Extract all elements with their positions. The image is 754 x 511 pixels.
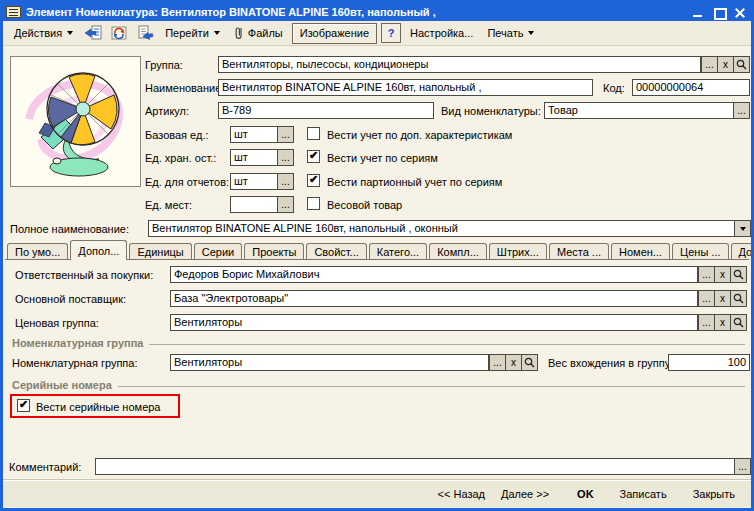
price-group-clear-button[interactable]: x [714,314,731,331]
price-group-field[interactable]: Вентиляторы [170,314,698,331]
nom-group-field[interactable]: Вентиляторы [170,354,489,371]
help-button[interactable]: ? [381,23,401,43]
batch-series-checkbox[interactable] [307,174,320,187]
tab-projects[interactable]: Проекты [244,243,304,260]
weight-in-group-label: Вес вхождения в группу: [548,355,673,371]
magnifier-icon [524,357,535,368]
tab-default[interactable]: По умо... [7,243,68,260]
base-unit-field[interactable]: шт [230,126,278,143]
tab-categories[interactable]: Катего... [369,243,427,260]
serial-numbers-checkbox[interactable] [17,399,30,412]
settings-button[interactable]: Настройка... [405,23,478,44]
minimize-icon[interactable] [692,7,704,18]
name-field[interactable]: Вентилятор BINATONE ALPINE 160вт, наполь… [218,79,593,96]
back-button[interactable]: << Назад [430,486,493,502]
group-open-button[interactable] [733,56,750,73]
tab-barcodes[interactable]: Штрих... [489,243,547,260]
tab-units[interactable]: Единицы [129,243,191,260]
supplier-clear-button[interactable]: x [714,290,731,307]
tab-series[interactable]: Серии [194,243,242,260]
supplier-label: Основной поставщик: [15,291,126,307]
nomenclature-group-section-title: Номенклатурная группа [12,337,143,349]
price-group-select-button[interactable]: ... [698,314,715,331]
batch-series-label: Вести партионный учет по сериям [327,174,502,190]
tab-additional[interactable]: Допол... [70,240,127,260]
base-unit-select-button[interactable]: ... [277,126,294,143]
section-rule [118,386,745,387]
nom-group-open-button[interactable] [521,354,538,371]
addl-characteristics-checkbox[interactable] [307,127,320,140]
actions-menu[interactable]: Действия [9,23,78,44]
responsible-field[interactable]: Федоров Борис Михайлович [170,266,698,283]
product-image[interactable] [10,56,141,187]
comment-expand-button[interactable]: ... [734,458,751,475]
code-field[interactable]: 00000000064 [632,79,750,96]
copy-to-button[interactable] [134,23,156,44]
magnifier-icon [733,269,744,280]
supplier-open-button[interactable] [730,290,747,307]
tab-nomenclature[interactable]: Номен... [611,243,670,260]
files-button[interactable]: Файлы [229,23,288,44]
settings-button-label: Настройка... [410,27,473,39]
nomenclature-group-section: Номенклатурная группа [12,337,745,349]
storage-unit-select-button[interactable]: ... [277,149,294,166]
comment-label: Комментарий: [9,459,81,475]
next-button[interactable]: Далее >> [493,486,557,502]
base-unit-label: Базовая ед.: [145,127,209,143]
ok-button[interactable]: OK [569,486,602,502]
form-icon [6,6,21,18]
group-clear-button[interactable]: x [717,56,734,73]
tab-properties[interactable]: Свойст... [306,243,366,260]
chevron-down-icon [214,31,220,35]
tab-places[interactable]: Места ... [549,243,609,260]
goto-menu[interactable]: Перейти [160,23,225,44]
tab-prices[interactable]: Цены ... [672,243,728,260]
comment-field[interactable] [95,458,735,475]
series-accounting-checkbox[interactable] [307,150,320,163]
responsible-clear-button[interactable]: x [714,266,731,283]
magnifier-icon [733,293,744,304]
nom-group-clear-button[interactable]: x [505,354,522,371]
kind-field[interactable]: Товар [544,102,734,119]
refresh-button[interactable] [108,23,130,44]
footer-bar: << Назад Далее >> OK Записать Закрыть [3,481,751,507]
reread-button[interactable] [82,23,104,44]
responsible-open-button[interactable] [730,266,747,283]
image-toggle-button[interactable]: Изображение [292,23,377,44]
weight-in-group-field[interactable]: 100 [668,354,750,371]
copy-arrow-icon [137,25,154,41]
group-field[interactable]: Вентиляторы, пылесосы, кондиционеры [218,56,701,73]
full-name-field[interactable]: Вентилятор BINATONE ALPINE 160вт, наполь… [148,220,735,237]
places-unit-select-button[interactable]: ... [277,196,294,213]
responsible-select-button[interactable]: ... [698,266,715,283]
save-button[interactable]: Записать [612,486,675,502]
nom-group-select-button[interactable]: ... [489,354,506,371]
article-field[interactable]: B-789 [218,102,434,119]
title-bar: Элемент Номенклатура: Вентилятор BINATON… [3,3,751,21]
kind-label: Вид номенклатуры: [441,103,541,119]
group-select-button[interactable]: ... [701,56,718,73]
places-unit-field[interactable] [230,196,278,213]
kind-select-button[interactable]: ... [733,102,750,119]
maximize-icon[interactable] [713,7,725,18]
supplier-field[interactable]: База "Электротовары" [170,290,698,307]
tab-additional2[interactable]: Допол... [731,243,754,260]
close-icon[interactable] [734,7,746,18]
report-unit-select-button[interactable]: ... [277,173,294,190]
close-button[interactable]: Закрыть [685,486,743,502]
storage-unit-field[interactable]: шт [230,149,278,166]
price-group-label: Ценовая группа: [15,315,99,331]
chevron-down-icon [740,227,746,231]
tab-components[interactable]: Компл... [429,243,487,260]
window-title: Элемент Номенклатура: Вентилятор BINATON… [26,6,684,18]
price-group-open-button[interactable] [730,314,747,331]
report-unit-field[interactable]: шт [230,173,278,190]
print-menu[interactable]: Печать [482,23,539,44]
serial-numbers-checkbox-label: Вести серийные номера [36,399,160,415]
form-body: Группа: Вентиляторы, пылесосы, кондицион… [3,46,751,507]
chevron-down-icon [528,31,534,35]
paperclip-icon [234,25,244,41]
full-name-dropdown-button[interactable] [734,220,751,237]
supplier-select-button[interactable]: ... [698,290,715,307]
weight-goods-checkbox[interactable] [307,197,320,210]
